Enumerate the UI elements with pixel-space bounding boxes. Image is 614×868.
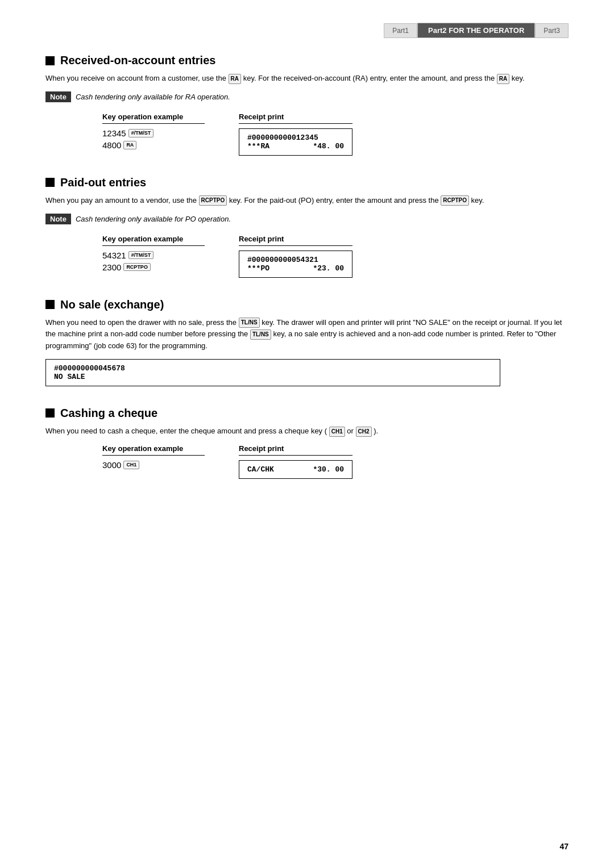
section-cashing-cheque: Cashing a cheque When you need to cash a… xyxy=(45,407,569,479)
op-row-received-1: 12345 #/TM/ST xyxy=(102,128,154,138)
key-op-col-paidout: Key operation example 54321 #/TM/ST 2300… xyxy=(102,235,205,274)
section-body-nosale: When you need to open the drawer with no… xyxy=(45,317,569,352)
header-tab-container: Part1 Part2 FOR THE OPERATOR Part3 xyxy=(384,23,569,38)
tmst-key-badge-1: #/TM/ST xyxy=(128,129,154,137)
op-receipt-row-paidout: Key operation example 54321 #/TM/ST 2300… xyxy=(102,235,569,278)
section-title-nosale: No sale (exchange) xyxy=(45,298,569,311)
tab-part3: Part3 xyxy=(535,23,569,38)
tlns-key-inline-1: TL/NS xyxy=(239,318,260,328)
section-paid-out: Paid-out entries When you pay an amount … xyxy=(45,176,569,278)
receipt-nosale-line2: NO SALE xyxy=(54,373,492,381)
section-square-icon-nosale xyxy=(45,300,55,309)
receipt-line1-received: #000000000012345 xyxy=(247,133,344,142)
rcptpo-key-inline-2: RCPTPO xyxy=(441,195,469,206)
section-square-icon-paidout xyxy=(45,178,55,187)
op-receipt-row-received: Key operation example 12345 #/TM/ST 4800… xyxy=(102,112,569,156)
op-receipt-row-cheque: Key operation example 3000 CH1 Receipt p… xyxy=(102,444,569,479)
receipt-line1-paidout: #000000000054321 xyxy=(247,256,344,264)
receipt-box-cheque: CA/CHK *30. 00 xyxy=(239,460,352,479)
note-label: Note xyxy=(45,91,71,102)
op-row-cheque-1: 3000 CH1 xyxy=(102,460,139,470)
receipt-line-cheque: CA/CHK *30. 00 xyxy=(247,465,344,474)
section-body-paidout: When you pay an amount to a vendor, use … xyxy=(45,195,569,207)
receipt-box-paidout: #000000000054321 ***PO *23. 00 xyxy=(239,251,352,278)
tlns-key-inline-2: TL/NS xyxy=(250,329,271,340)
receipt-col-paidout: Receipt print #000000000054321 ***PO *23… xyxy=(239,235,352,278)
receipt-nosale-line1: #000000000045678 xyxy=(54,364,492,373)
section-body-received: When you receive on account from a custo… xyxy=(45,73,569,85)
ra-key-inline-2: RA xyxy=(497,74,509,84)
receipt-line2-paidout: ***PO *23. 00 xyxy=(247,264,344,273)
receipt-col-received: Receipt print #000000000012345 ***RA *48… xyxy=(239,112,352,156)
receipt-box-received: #000000000012345 ***RA *48. 00 xyxy=(239,128,352,156)
section-received-on-account: Received-on-account entries When you rec… xyxy=(45,54,569,156)
page: Part1 Part2 FOR THE OPERATOR Part3 Recei… xyxy=(0,0,614,868)
note-box-received: Note Cash tendering only available for R… xyxy=(45,91,569,102)
section-title-received: Received-on-account entries xyxy=(45,54,569,67)
receipt-header-cheque: Receipt print xyxy=(239,444,352,456)
ch2-key-inline: CH2 xyxy=(356,427,372,437)
key-op-header-cheque: Key operation example xyxy=(102,444,205,456)
note-box-paidout: Note Cash tendering only available for P… xyxy=(45,214,569,224)
receipt-box-nosale: #000000000045678 NO SALE xyxy=(45,359,500,386)
rcptpo-key-badge: RCPTPO xyxy=(123,263,151,272)
note-label-paidout: Note xyxy=(45,214,71,224)
key-op-header-received: Key operation example xyxy=(102,112,205,124)
ra-key-inline-1: RA xyxy=(229,74,241,84)
key-op-header-paidout: Key operation example xyxy=(102,235,205,246)
key-op-col-received: Key operation example 12345 #/TM/ST 4800… xyxy=(102,112,205,152)
tmst-key-badge-2: #/TM/ST xyxy=(128,251,154,260)
tab-part1: Part1 xyxy=(384,23,417,38)
ra-key-badge: RA xyxy=(123,141,136,149)
rcptpo-key-inline-1: RCPTPO xyxy=(199,195,227,206)
receipt-col-cheque: Receipt print CA/CHK *30. 00 xyxy=(239,444,352,479)
ch1-key-badge: CH1 xyxy=(123,461,139,469)
ch1-key-inline: CH1 xyxy=(329,427,345,437)
receipt-header-paidout: Receipt print xyxy=(239,235,352,246)
section-title-paidout: Paid-out entries xyxy=(45,176,569,189)
section-square-icon-cheque xyxy=(45,408,55,418)
header-bar: Part1 Part2 FOR THE OPERATOR Part3 xyxy=(45,23,569,38)
section-no-sale: No sale (exchange) When you need to open… xyxy=(45,298,569,386)
page-number: 47 xyxy=(559,842,569,851)
tab-part2-active: Part2 FOR THE OPERATOR xyxy=(417,23,535,38)
section-title-cheque: Cashing a cheque xyxy=(45,407,569,420)
receipt-line2-received: ***RA *48. 00 xyxy=(247,142,344,151)
section-square-icon xyxy=(45,56,55,65)
op-row-received-2: 4800 RA xyxy=(102,140,136,150)
op-row-paidout-1: 54321 #/TM/ST xyxy=(102,251,154,260)
receipt-header-received: Receipt print xyxy=(239,112,352,124)
section-body-cheque: When you need to cash a cheque, enter th… xyxy=(45,425,569,437)
key-op-col-cheque: Key operation example 3000 CH1 xyxy=(102,444,205,472)
op-row-paidout-2: 2300 RCPTPO xyxy=(102,262,151,272)
